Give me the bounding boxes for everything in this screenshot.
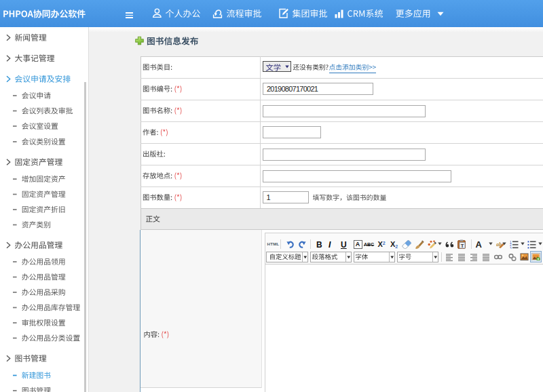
svg-text:T: T <box>461 243 464 249</box>
svg-text:3: 3 <box>510 246 512 249</box>
